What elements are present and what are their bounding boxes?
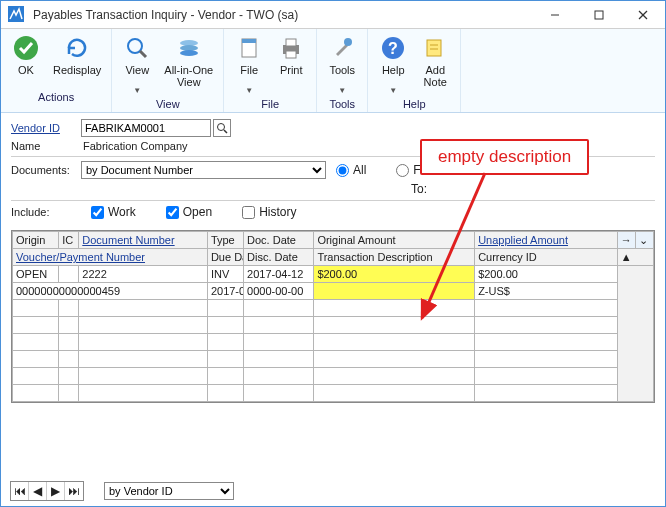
svg-point-22 bbox=[218, 124, 225, 131]
svg-text:?: ? bbox=[388, 40, 398, 57]
chevron-down-icon: ▼ bbox=[245, 86, 253, 95]
tools-icon bbox=[327, 33, 357, 63]
nav-first-button[interactable]: ⏮ bbox=[11, 482, 29, 500]
transaction-description-cell bbox=[314, 283, 475, 300]
all-radio[interactable] bbox=[336, 164, 349, 177]
col-type[interactable]: Type bbox=[207, 232, 243, 249]
print-button[interactable]: Print bbox=[270, 31, 312, 97]
help-button[interactable]: ? Help ▼ bbox=[372, 31, 414, 97]
work-checkbox[interactable] bbox=[91, 206, 104, 219]
transactions-grid: Origin IC Document Number Type Doc. Date… bbox=[11, 230, 655, 403]
title-bar: Payables Transaction Inquiry - Vendor - … bbox=[1, 1, 665, 29]
checkmark-icon bbox=[11, 33, 41, 63]
magnifier-icon bbox=[122, 33, 152, 63]
printer-icon bbox=[276, 33, 306, 63]
col-doc-date[interactable]: Doc. Date bbox=[244, 232, 314, 249]
col-currency-id[interactable]: Currency ID bbox=[475, 249, 618, 266]
minimize-button[interactable] bbox=[533, 1, 577, 29]
documents-label: Documents: bbox=[11, 164, 81, 176]
scroll-up-button[interactable]: ▲ bbox=[617, 249, 653, 266]
file-icon bbox=[234, 33, 264, 63]
col-origin[interactable]: Origin bbox=[13, 232, 59, 249]
col-disc-date[interactable]: Disc. Date bbox=[244, 249, 314, 266]
col-ic[interactable]: IC bbox=[59, 232, 79, 249]
col-document-number[interactable]: Document Number bbox=[79, 232, 208, 249]
work-label: Work bbox=[108, 205, 136, 219]
expand-right-button[interactable]: → bbox=[617, 232, 635, 249]
chevron-down-icon: ▼ bbox=[133, 86, 141, 95]
open-label: Open bbox=[183, 205, 212, 219]
data-row-1a[interactable]: OPEN 2222 INV 2017-04-12 $200.00 $200.00 bbox=[13, 266, 654, 283]
svg-point-10 bbox=[180, 50, 198, 56]
header-row-2: Voucher/Payment Number Due Date Disc. Da… bbox=[13, 249, 654, 266]
vendor-id-input[interactable] bbox=[81, 119, 211, 137]
scrollbar[interactable] bbox=[617, 266, 653, 402]
vendor-id-label[interactable]: Vendor ID bbox=[11, 122, 81, 134]
chevron-down-icon: ▼ bbox=[338, 86, 346, 95]
open-checkbox[interactable] bbox=[166, 206, 179, 219]
col-unapplied-amount[interactable]: Unapplied Amount bbox=[475, 232, 618, 249]
maximize-button[interactable] bbox=[577, 1, 621, 29]
data-row-1b[interactable]: 00000000000000459 2017-05-12 0000-00-00 … bbox=[13, 283, 654, 300]
col-transaction-description[interactable]: Transaction Description bbox=[314, 249, 475, 266]
redisplay-button[interactable]: Redisplay bbox=[47, 31, 107, 90]
ok-button[interactable]: OK bbox=[5, 31, 47, 90]
svg-line-7 bbox=[140, 51, 146, 57]
vendor-id-lookup-button[interactable] bbox=[213, 119, 231, 137]
documents-select[interactable]: by Document Number bbox=[81, 161, 326, 179]
empty-row bbox=[13, 368, 654, 385]
svg-rect-12 bbox=[242, 39, 256, 43]
header-row-1: Origin IC Document Number Type Doc. Date… bbox=[13, 232, 654, 249]
app-icon bbox=[7, 5, 27, 25]
from-radio[interactable] bbox=[396, 164, 409, 177]
refresh-icon bbox=[62, 33, 92, 63]
all-label: All bbox=[353, 163, 366, 177]
empty-row bbox=[13, 351, 654, 368]
help-icon: ? bbox=[378, 33, 408, 63]
ribbon-group-help: Help bbox=[372, 97, 456, 112]
tools-button[interactable]: Tools ▼ bbox=[321, 31, 363, 97]
file-button[interactable]: File ▼ bbox=[228, 31, 270, 97]
nav-last-button[interactable]: ⏭ bbox=[65, 482, 83, 500]
add-note-button[interactable]: Add Note bbox=[414, 31, 456, 97]
sort-by-select[interactable]: by Vendor ID bbox=[104, 482, 234, 500]
nav-prev-button[interactable]: ◀ bbox=[29, 482, 47, 500]
name-label: Name bbox=[11, 140, 81, 152]
ribbon-group-view: View bbox=[116, 97, 219, 112]
all-in-one-view-button[interactable]: All-in-One View bbox=[158, 31, 219, 97]
svg-point-6 bbox=[128, 39, 142, 53]
empty-row bbox=[13, 334, 654, 351]
ribbon-toolbar: OK Redisplay Actions View ▼ All-in-One V… bbox=[1, 29, 665, 113]
annotation-callout: empty description bbox=[420, 139, 589, 175]
chevron-down-icon: ⌄ bbox=[639, 234, 648, 246]
col-original-amount[interactable]: Original Amount bbox=[314, 232, 475, 249]
original-amount-cell: $200.00 bbox=[314, 266, 475, 283]
svg-rect-15 bbox=[286, 51, 296, 58]
svg-rect-14 bbox=[286, 39, 296, 46]
svg-line-23 bbox=[224, 130, 227, 133]
history-label: History bbox=[259, 205, 296, 219]
expand-down-button[interactable]: ⌄ bbox=[635, 232, 653, 249]
chevron-down-icon: ▼ bbox=[389, 86, 397, 95]
name-value: Fabrication Company bbox=[81, 140, 188, 152]
include-label: Include: bbox=[11, 206, 81, 218]
window-title: Payables Transaction Inquiry - Vendor - … bbox=[33, 8, 533, 22]
empty-row bbox=[13, 300, 654, 317]
svg-rect-2 bbox=[595, 11, 603, 19]
col-voucher-number[interactable]: Voucher/Payment Number bbox=[13, 249, 208, 266]
ribbon-group-actions: Actions bbox=[5, 90, 107, 105]
to-label: To: bbox=[411, 182, 427, 196]
empty-row bbox=[13, 317, 654, 334]
empty-row bbox=[13, 385, 654, 402]
ribbon-group-tools: Tools bbox=[321, 97, 363, 112]
close-button[interactable] bbox=[621, 1, 665, 29]
view-button[interactable]: View ▼ bbox=[116, 31, 158, 97]
col-due-date[interactable]: Due Date bbox=[207, 249, 243, 266]
nav-next-button[interactable]: ▶ bbox=[47, 482, 65, 500]
history-checkbox[interactable] bbox=[242, 206, 255, 219]
svg-rect-19 bbox=[427, 40, 441, 56]
svg-point-16 bbox=[344, 38, 352, 46]
record-navigator: ⏮ ◀ ▶ ⏭ by Vendor ID bbox=[10, 481, 656, 501]
stack-icon bbox=[174, 33, 204, 63]
magnifier-icon bbox=[216, 122, 228, 134]
